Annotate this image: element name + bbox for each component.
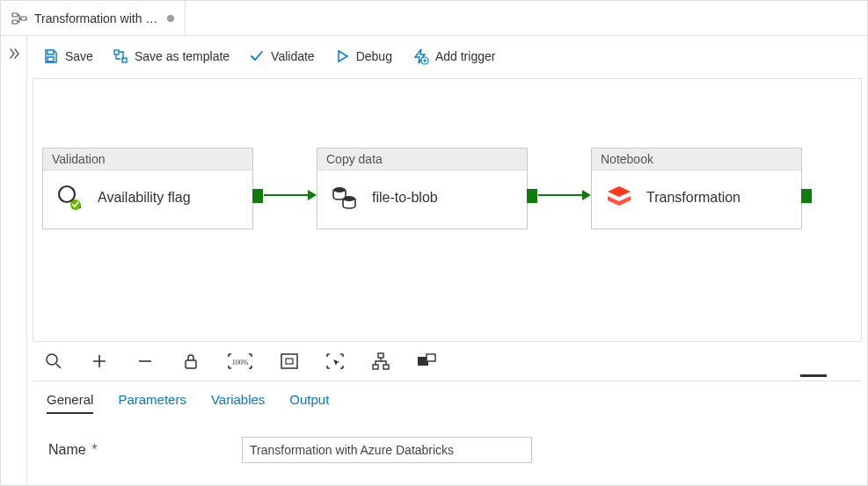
- auto-align-button[interactable]: [370, 351, 391, 372]
- svg-rect-1: [12, 20, 18, 24]
- activity-header: Validation: [43, 149, 252, 170]
- activity-header: Notebook: [592, 149, 801, 170]
- svg-rect-16: [373, 365, 378, 369]
- unsaved-dot-icon: [167, 15, 174, 22]
- svg-rect-2: [21, 17, 26, 20]
- activity-notebook[interactable]: Notebook Transformation: [591, 148, 802, 229]
- zoom-in-button[interactable]: [89, 351, 110, 372]
- database-copy-icon: [330, 183, 360, 213]
- play-icon: [334, 48, 350, 64]
- save-icon: [43, 48, 59, 64]
- canvas-toolbar: 100%: [27, 342, 867, 381]
- svg-rect-19: [427, 354, 435, 361]
- svg-rect-11: [186, 360, 196, 368]
- expand-panel-icon[interactable]: [7, 47, 21, 61]
- arrowhead-icon: [582, 190, 591, 200]
- svg-rect-0: [12, 13, 18, 17]
- svg-rect-14: [286, 359, 293, 364]
- name-label: Name *: [48, 442, 224, 458]
- activity-title: Availability flag: [98, 190, 191, 206]
- tab-output[interactable]: Output: [289, 387, 329, 414]
- svg-point-8: [333, 187, 346, 192]
- pipeline-icon: [11, 11, 27, 26]
- check-icon: [249, 48, 265, 64]
- svg-rect-15: [378, 353, 383, 358]
- pipeline-tab[interactable]: Transformation with …: [1, 1, 186, 35]
- activity-title: Transformation: [646, 190, 740, 206]
- connector: [538, 194, 582, 196]
- required-asterisk: *: [88, 442, 98, 457]
- tab-bar: Transformation with …: [1, 1, 867, 36]
- validate-label: Validate: [271, 49, 315, 63]
- pipeline-canvas[interactable]: Validation Availability flag Copy dat: [33, 78, 862, 342]
- save-label: Save: [65, 49, 93, 63]
- tab-variables[interactable]: Variables: [211, 387, 265, 414]
- details-pane: General Parameters Variables Output Name…: [33, 381, 862, 472]
- debug-label: Debug: [356, 49, 392, 63]
- output-port[interactable]: [252, 189, 263, 203]
- zoom-search-button[interactable]: [43, 351, 64, 372]
- svg-rect-17: [383, 365, 389, 369]
- fit-screen-button[interactable]: [279, 351, 300, 372]
- save-as-template-button[interactable]: Save as template: [113, 48, 230, 64]
- save-as-template-label: Save as template: [135, 49, 230, 63]
- name-input[interactable]: [242, 437, 532, 463]
- left-gutter: [1, 36, 27, 485]
- debug-button[interactable]: Debug: [334, 48, 392, 64]
- svg-rect-3: [114, 50, 119, 54]
- tab-title: Transformation with …: [34, 11, 157, 25]
- svg-text:100%: 100%: [232, 359, 249, 366]
- add-trigger-label: Add trigger: [435, 49, 495, 63]
- output-port[interactable]: [527, 189, 537, 203]
- tab-general[interactable]: General: [47, 387, 93, 414]
- name-row: Name *: [33, 414, 862, 472]
- svg-point-10: [47, 354, 57, 365]
- minimap-button[interactable]: [416, 351, 437, 372]
- trigger-icon: [412, 47, 429, 65]
- validate-button[interactable]: Validate: [249, 48, 315, 64]
- zoom-out-button[interactable]: [135, 351, 156, 372]
- save-button[interactable]: Save: [43, 48, 93, 64]
- activity-validation[interactable]: Validation Availability flag: [42, 148, 253, 229]
- activity-header: Copy data: [317, 149, 527, 170]
- activity-copy-data[interactable]: Copy data file-to-blob: [317, 148, 528, 229]
- lock-button[interactable]: [180, 351, 201, 372]
- tab-parameters[interactable]: Parameters: [118, 387, 186, 414]
- arrowhead-icon: [308, 190, 317, 200]
- action-toolbar: Save Save as template Validate Debug: [27, 36, 867, 76]
- connector: [264, 194, 308, 196]
- activity-title: file-to-blob: [372, 190, 438, 206]
- select-tool-button[interactable]: [325, 351, 346, 372]
- template-icon: [113, 48, 128, 64]
- magnifier-check-icon: [55, 183, 85, 213]
- output-port[interactable]: [801, 189, 812, 203]
- svg-rect-13: [281, 354, 297, 368]
- detail-tabs: General Parameters Variables Output: [33, 387, 862, 414]
- databricks-icon: [604, 183, 634, 213]
- zoom-100-button[interactable]: 100%: [226, 351, 254, 372]
- svg-point-9: [343, 196, 355, 201]
- add-trigger-button[interactable]: Add trigger: [412, 47, 495, 65]
